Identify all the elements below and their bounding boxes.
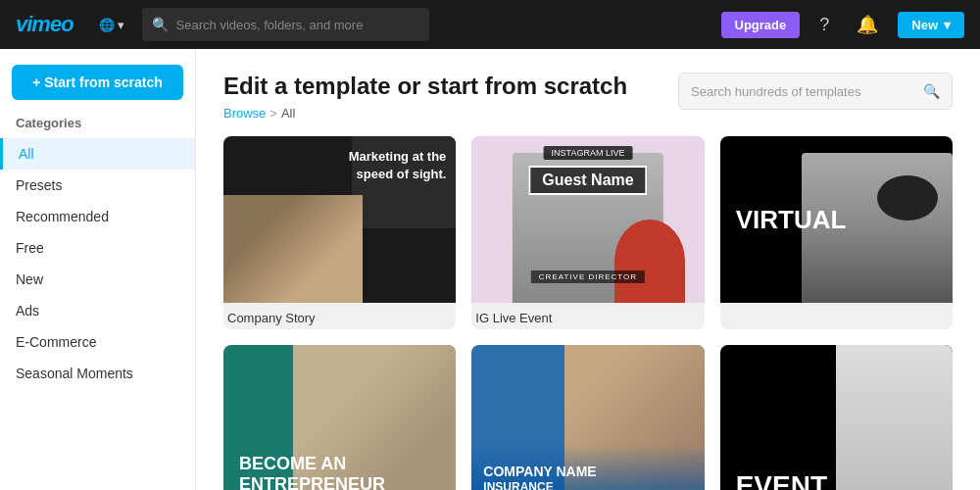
global-search-input[interactable] xyxy=(176,18,419,32)
breadcrumb-current: All xyxy=(281,106,295,121)
template-thumbnail-company-story: Marketing at thespeed of sight. xyxy=(223,136,456,303)
template-card-ig-live[interactable]: INSTAGRAM LIVE Guest Name CREATIVE DIREC… xyxy=(471,136,704,329)
breadcrumb: Browse > All xyxy=(223,106,627,121)
template-thumbnail-event: EVENT xyxy=(720,345,953,490)
main-header: Edit a template or start from scratch Br… xyxy=(223,73,953,121)
start-from-scratch-button[interactable]: + Start from scratch xyxy=(12,65,183,100)
notifications-button[interactable]: 🔔 xyxy=(849,10,886,39)
page-title: Edit a template or start from scratch xyxy=(223,73,627,100)
sidebar-item-new[interactable]: New xyxy=(0,264,195,295)
main-header-left: Edit a template or start from scratch Br… xyxy=(223,73,627,121)
sidebar-item-presets[interactable]: Presets xyxy=(0,170,195,201)
template-search-input[interactable] xyxy=(691,84,915,99)
top-navbar: vimeo 🌐 ▾ 🔍 Upgrade ? 🔔 New ▾ xyxy=(0,0,980,49)
company-name-text: Company Name INSURANCE xyxy=(483,463,596,490)
template-card-entrepreneur[interactable]: BECOME ANENTREPRENEUR xyxy=(223,345,456,490)
upgrade-button[interactable]: Upgrade xyxy=(721,12,801,38)
sidebar: + Start from scratch Categories All Pres… xyxy=(0,49,196,490)
template-search-bar: 🔍 xyxy=(678,73,953,110)
template-card-virtual-event[interactable]: VIRTUAL xyxy=(720,136,953,329)
virtual-event-text: VIRTUAL xyxy=(736,206,847,234)
main-content: Edit a template or start from scratch Br… xyxy=(196,49,980,490)
help-button[interactable]: ? xyxy=(811,11,837,39)
sidebar-item-ads[interactable]: Ads xyxy=(0,295,195,326)
sidebar-item-seasonal[interactable]: Seasonal Moments xyxy=(0,358,195,389)
template-thumbnail-ig-live: INSTAGRAM LIVE Guest Name CREATIVE DIREC… xyxy=(471,136,704,303)
ig-live-role: CREATIVE DIRECTOR xyxy=(531,270,645,283)
sidebar-item-free[interactable]: Free xyxy=(0,232,195,264)
globe-icon: 🌐 xyxy=(99,18,115,32)
template-card-company-name[interactable]: Company Name INSURANCE xyxy=(471,345,704,490)
template-search-icon: 🔍 xyxy=(923,83,940,99)
new-button[interactable]: New ▾ xyxy=(898,12,964,38)
ig-live-guest-name: Guest Name xyxy=(528,166,647,195)
categories-label: Categories xyxy=(0,116,195,138)
template-card-company-story[interactable]: Marketing at thespeed of sight. Company … xyxy=(223,136,456,329)
entrepreneur-text: BECOME ANENTREPRENEUR xyxy=(239,454,385,490)
new-label: New xyxy=(911,18,938,32)
template-grid: Marketing at thespeed of sight. Company … xyxy=(223,136,953,490)
event-text: EVENT xyxy=(736,470,827,490)
globe-chevron: ▾ xyxy=(118,18,124,32)
vimeo-logo: vimeo xyxy=(16,12,74,37)
template-label-company-story: Company Story xyxy=(223,303,456,329)
main-layout: + Start from scratch Categories All Pres… xyxy=(0,49,980,490)
template-label-virtual-event xyxy=(720,303,953,315)
template-label-ig-live: IG Live Event xyxy=(471,303,704,329)
sidebar-item-ecommerce[interactable]: E-Commerce xyxy=(0,326,195,358)
template-thumbnail-company-name: Company Name INSURANCE xyxy=(471,345,704,490)
search-icon: 🔍 xyxy=(152,17,169,32)
global-search-bar: 🔍 xyxy=(142,8,429,41)
ig-live-overlay-top: INSTAGRAM LIVE xyxy=(544,146,633,160)
sidebar-item-recommended[interactable]: Recommended xyxy=(0,201,195,232)
sidebar-item-all[interactable]: All xyxy=(0,138,195,170)
breadcrumb-separator: > xyxy=(270,106,277,121)
breadcrumb-browse-link[interactable]: Browse xyxy=(223,106,266,121)
template-thumbnail-entrepreneur: BECOME ANENTREPRENEUR xyxy=(223,345,456,490)
globe-language-button[interactable]: 🌐 ▾ xyxy=(93,14,130,36)
new-chevron-icon: ▾ xyxy=(944,18,951,32)
template-card-event[interactable]: EVENT xyxy=(720,345,953,490)
template-thumbnail-virtual-event: VIRTUAL xyxy=(720,136,953,303)
